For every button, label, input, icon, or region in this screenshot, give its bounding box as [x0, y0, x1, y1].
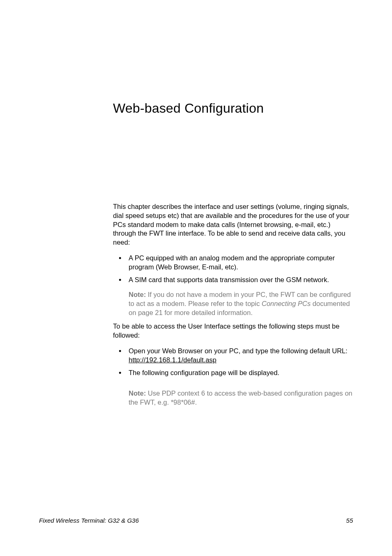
requirement-item: A PC equipped with an analog modem and t…: [113, 254, 353, 272]
document-page: Web-based Configuration This chapter des…: [0, 0, 392, 556]
step-text: Open your Web Browser on your PC, and ty…: [129, 347, 348, 354]
step-text: The following configuration page will be…: [129, 369, 279, 376]
note-block-2: Note: Use PDP context 6 to access the we…: [113, 389, 353, 407]
note-label: Note:: [129, 389, 146, 397]
note-text: Use PDP context 6 to access the web-base…: [129, 389, 353, 406]
requirement-item: A SIM card that supports data transmissi…: [113, 276, 353, 285]
access-paragraph: To be able to access the User Interface …: [113, 322, 353, 340]
step-item: The following configuration page will be…: [113, 368, 353, 378]
intro-paragraph: This chapter describes the interface and…: [113, 202, 353, 247]
chapter-title: Web-based Configuration: [113, 101, 353, 116]
page-footer: Fixed Wireless Terminal: G32 & G36 55: [39, 517, 353, 524]
config-url-link[interactable]: http://192.168.1.1/default.asp: [129, 356, 217, 364]
requirements-list: A PC equipped with an analog modem and t…: [113, 254, 353, 285]
note-label: Note:: [129, 291, 146, 298]
footer-document-title: Fixed Wireless Terminal: G32 & G36: [39, 517, 139, 524]
note-block-1: Note: If you do not have a modem in your…: [113, 290, 353, 317]
step-item: Open your Web Browser on your PC, and ty…: [113, 347, 353, 365]
topic-reference: Connecting PCs: [262, 300, 311, 307]
footer-page-number: 55: [346, 517, 353, 524]
steps-list: Open your Web Browser on your PC, and ty…: [113, 347, 353, 378]
